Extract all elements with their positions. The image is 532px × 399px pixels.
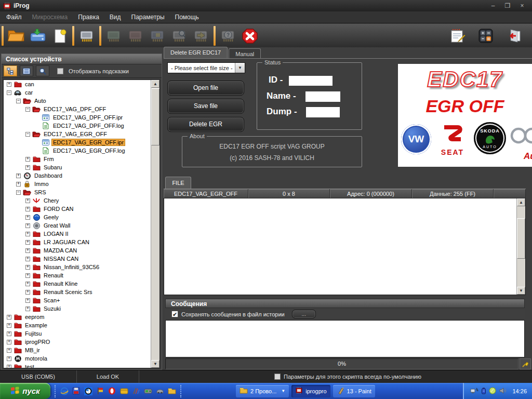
column-header-4[interactable]: Данные: 255 (FF) [412,189,494,198]
scroll-thumb[interactable] [517,218,525,259]
tray-battery-icon[interactable] [481,387,486,395]
delete-egr-button[interactable]: Delete EGR [167,117,244,132]
tree-item-immo[interactable]: +Immo [4,180,151,188]
scroll-down-icon[interactable]: ▼ [151,360,159,368]
tab-file[interactable]: FILE [165,177,191,189]
tree-view-button[interactable] [4,65,17,76]
open-folder-icon[interactable] [5,25,27,46]
close-button[interactable]: × [518,1,526,11]
open-file-button[interactable]: Open file [167,81,244,96]
expand-icon[interactable]: + [7,365,11,369]
calculator-icon[interactable] [475,25,497,46]
expand-icon[interactable]: + [25,215,30,220]
tree-item-mazda-can[interactable]: +MAZDA CAN [4,246,151,255]
tree-item-dashboard[interactable]: +Dashboard [4,171,151,180]
restore-button[interactable]: ❐ [504,1,511,11]
tree-item-nissan-can[interactable]: +NISSAN CAN [4,255,151,263]
tree-item-fujitsu[interactable]: +Fujitsu [4,329,151,338]
expand-icon[interactable]: + [25,240,30,245]
scroll-thumb[interactable] [151,88,159,145]
expand-icon[interactable]: + [7,315,11,320]
tree-item-renault-kline[interactable]: +Renault Kline [4,280,151,288]
default-params-checkbox[interactable] [274,374,281,380]
exit-icon[interactable] [503,25,525,46]
file-scrollbar[interactable]: ▲ ▼ [516,198,525,295]
tree-item-edc17-vag-dpf-off-ipr[interactable]: EDC17_VAG_DPF_OFF.ipr [4,113,151,122]
tab-delete-egr-edc17[interactable]: Delete EGR EDC17 [164,47,228,58]
tree-item-iprogpro[interactable]: +iprogPRO [4,338,151,346]
expand-icon[interactable]: + [7,340,11,344]
expand-icon[interactable]: + [25,207,30,211]
expand-icon[interactable]: + [25,307,30,311]
file-size-select[interactable]: - Please select file size - ▼ [167,62,245,73]
stop-icon[interactable] [239,25,261,46]
tree-item-example[interactable]: +Example [4,321,151,329]
tree-item-chery[interactable]: +Chery [4,196,151,205]
column-header-3[interactable]: Адрес: 0 (000000) [330,189,412,198]
tree-item-car[interactable]: −car [4,88,151,97]
browse-history-button[interactable]: ... [292,310,316,318]
menu-4[interactable]: Вид [104,12,126,22]
tree-item-edc17-vag-egr-off-log[interactable]: EDC17_VAG_EGR_OFF.log [4,147,151,155]
expand-icon[interactable]: + [25,165,30,170]
expand-icon[interactable]: + [25,157,30,162]
tree-scrollbar[interactable]: ▲ ▼ [151,80,159,368]
tree-item-geely[interactable]: +Geely [4,213,151,221]
file-content-area[interactable]: ▲ ▼ [164,198,526,295]
expand-icon[interactable]: + [16,174,21,178]
clear-messages-button[interactable] [520,358,531,369]
collapse-icon[interactable]: − [16,99,21,103]
quicklaunch-floppy-icon[interactable] [72,387,81,395]
tree-item-edc17-vag-egr-off[interactable]: −EDC17_VAG_EGR_OFF [4,130,151,138]
tree-item-ford-can[interactable]: +FORD CAN [4,205,151,213]
id-field[interactable] [289,76,332,86]
save-history-checkbox[interactable]: ✔ [171,311,178,317]
save-file-button[interactable]: Save file [167,99,244,114]
search-button[interactable] [36,65,49,76]
scroll-up-icon[interactable]: ▲ [151,80,159,88]
chevron-down-icon[interactable]: ▼ [281,389,285,393]
task-button-2[interactable]: iprogpro [291,385,330,397]
collapse-icon[interactable]: − [25,132,30,137]
minimize-button[interactable]: – [489,1,497,11]
save-drive-icon[interactable] [27,25,49,46]
tree-item-auto[interactable]: −Auto [4,97,151,105]
start-button[interactable]: пуск [0,383,50,399]
tree-item-renault[interactable]: +Renault [4,271,151,280]
tree-item-mb-ir[interactable]: +MB_ir [4,346,151,354]
tree-item-scan-[interactable]: +Scan+ [4,296,151,304]
quicklaunch-opera-icon[interactable] [108,387,116,395]
tree-item-edc17-vag-egr-off-ipr[interactable]: EDC17_VAG_EGR_OFF.ipr [4,138,151,147]
tray-messenger-icon[interactable] [489,387,496,395]
chip-icon[interactable] [76,25,98,46]
chevron-down-icon[interactable]: ▼ [235,63,245,73]
scroll-up-icon[interactable]: ▲ [517,198,525,206]
tree-item-frm[interactable]: +Frm [4,155,151,163]
tray-network-icon[interactable] [470,387,478,395]
collapse-icon[interactable]: − [25,107,30,112]
tree-item-logan-ii[interactable]: +LOGAN II [4,230,151,238]
quicklaunch-ie-icon[interactable] [60,387,69,395]
tree-item-motorola[interactable]: +motorola [4,354,151,363]
quicklaunch-wallet-icon[interactable] [119,387,128,395]
expand-icon[interactable]: + [25,257,30,261]
tree-item-srs[interactable]: −SRS [4,188,151,196]
task-button-3[interactable]: 13 - Paint [333,385,375,397]
column-header-2[interactable]: 0 x 8 [248,189,330,198]
notepad-icon[interactable] [447,25,469,46]
menu-5[interactable]: Параметры [126,12,170,22]
expand-icon[interactable]: + [7,82,11,87]
expand-icon[interactable]: + [25,273,30,278]
expand-icon[interactable]: + [7,331,11,336]
tree-item-great-wall[interactable]: +Great Wall [4,221,151,230]
tree-item-lr-jaguar-can[interactable]: +LR JAGUAR CAN [4,238,151,246]
menu-6[interactable]: Помощь [170,12,204,22]
expand-icon[interactable]: + [25,265,30,270]
expand-icon[interactable]: + [25,248,30,253]
messages-log-area[interactable] [165,320,525,357]
column-header-1[interactable]: EDC17_VAG_EGR_OFF [164,189,248,198]
expand-icon[interactable]: + [7,348,11,353]
tab-manual[interactable]: Manual [229,48,261,58]
collapse-icon[interactable]: − [16,190,21,195]
expand-icon[interactable]: + [25,290,30,295]
